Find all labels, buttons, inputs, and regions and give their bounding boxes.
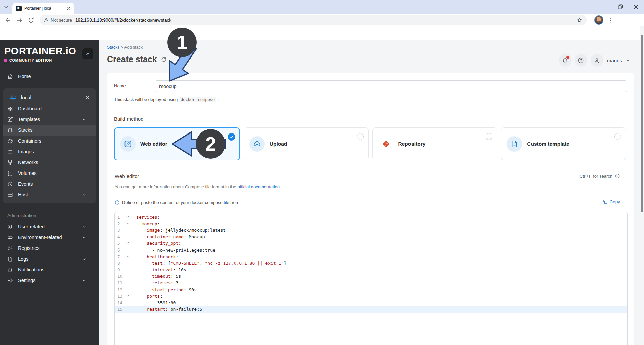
tab-search-icon[interactable] bbox=[3, 3, 10, 11]
browser-menu-icon[interactable] bbox=[607, 17, 613, 23]
restore-icon[interactable] bbox=[617, 4, 624, 10]
sidebar-item-templates[interactable]: Templates bbox=[3, 114, 96, 125]
editor-line-4[interactable]: 4 container_name: Moocup bbox=[115, 234, 627, 240]
editor-line-5[interactable]: 5 security_opt: bbox=[115, 240, 627, 247]
line-number: 5 bbox=[117, 240, 126, 247]
search-help-icon[interactable] bbox=[615, 173, 620, 179]
sidebar-item-registries[interactable]: Registries bbox=[0, 243, 99, 254]
fold-chevron-icon[interactable] bbox=[126, 294, 129, 297]
radio-unselected[interactable] bbox=[486, 133, 492, 140]
sidebar-item-logs[interactable]: Logs bbox=[0, 254, 99, 264]
url-bar[interactable]: Not secure 192.168.1.18:9000/#!/2/docker… bbox=[40, 15, 587, 25]
fold-chevron-icon[interactable] bbox=[126, 241, 129, 244]
help-button[interactable] bbox=[575, 54, 587, 67]
browser-tab[interactable]: P. Portainer | loca bbox=[12, 3, 74, 14]
forward-icon[interactable] bbox=[16, 17, 23, 24]
minimize-icon[interactable] bbox=[602, 4, 608, 10]
editor-line-3[interactable]: 3 image: jellydeck/moocup:latest bbox=[115, 227, 627, 234]
editor-line-1[interactable]: 1services: bbox=[115, 214, 627, 221]
line-number: 10 bbox=[117, 273, 126, 280]
build-method-upload[interactable]: Upload bbox=[244, 127, 369, 160]
copy-button[interactable]: Copy bbox=[603, 199, 620, 204]
not-secure-warning-icon bbox=[44, 17, 49, 23]
notifications-button[interactable] bbox=[559, 54, 572, 67]
environment-close-icon[interactable] bbox=[85, 95, 90, 100]
server-icon bbox=[7, 192, 13, 198]
sidebar-item-home[interactable]: Home bbox=[0, 71, 99, 82]
tab-close-icon[interactable] bbox=[66, 6, 71, 11]
line-number: 7 bbox=[117, 254, 126, 260]
editor-line-12[interactable]: 12 start_period: 90s bbox=[115, 286, 627, 293]
sidebar-item-volumes[interactable]: Volumes bbox=[3, 168, 96, 179]
browser-scrollbar[interactable] bbox=[640, 26, 644, 345]
environment-header-local[interactable]: local bbox=[3, 91, 96, 103]
sidebar-collapse-button[interactable]: « bbox=[82, 48, 93, 59]
git-icon bbox=[378, 136, 394, 152]
line-number: 2 bbox=[117, 221, 126, 227]
tab-title: Portainer | loca bbox=[24, 6, 66, 11]
editor-line-13[interactable]: 13 ports: bbox=[115, 293, 627, 300]
line-number: 6 bbox=[117, 247, 126, 254]
editor-line-14[interactable]: 14 - 3591:80 bbox=[115, 300, 627, 306]
notification-dot bbox=[566, 56, 569, 59]
url-text[interactable]: 192.168.1.18:9000/#!/2/docker/stacks/new… bbox=[75, 17, 577, 23]
build-method-options: Web editorUploadRepositoryCustom templat… bbox=[114, 127, 626, 160]
line-number: 4 bbox=[117, 234, 126, 240]
build-method-web-editor[interactable]: Web editor bbox=[114, 127, 240, 160]
refresh-icon[interactable] bbox=[160, 56, 167, 63]
sidebar-item-dashboard[interactable]: Dashboard bbox=[3, 103, 96, 114]
editor-line-8[interactable]: 8 test: ["CMD-SHELL", "nc -z 127.0.0.1 8… bbox=[115, 260, 627, 267]
sidebar-item-stacks[interactable]: Stacks bbox=[3, 125, 96, 136]
screen: P. Portainer | loca Not secure 192.168.1… bbox=[0, 0, 644, 345]
page-title: Create stack bbox=[107, 54, 157, 64]
home-icon bbox=[7, 74, 13, 79]
browser-tabstrip: P. Portainer | loca bbox=[0, 0, 644, 14]
sidebar-item-settings[interactable]: Settings bbox=[0, 275, 99, 286]
editor-line-2[interactable]: 2 moocup: bbox=[115, 221, 627, 227]
sidebar-item-user-related[interactable]: User-related bbox=[0, 221, 99, 232]
back-icon[interactable] bbox=[5, 17, 11, 24]
editor-line-6[interactable]: 6 - no-new-privileges:true bbox=[115, 247, 627, 254]
upload-icon bbox=[249, 136, 265, 152]
username: marius bbox=[607, 58, 622, 63]
scrollbar-thumb[interactable] bbox=[641, 35, 643, 212]
sidebar-item-host[interactable]: Host bbox=[3, 189, 96, 200]
browser-profile-avatar[interactable] bbox=[594, 15, 603, 25]
user-button[interactable] bbox=[591, 54, 603, 67]
editor-line-9[interactable]: 9 interval: 10s bbox=[115, 267, 627, 273]
reload-icon[interactable] bbox=[28, 17, 34, 24]
fold-chevron-icon[interactable] bbox=[126, 255, 129, 258]
grid-icon bbox=[7, 106, 13, 112]
radio-unselected[interactable] bbox=[614, 133, 621, 140]
users-icon bbox=[7, 224, 13, 230]
editor-line-15[interactable]: 15 restart: on-failure:5 bbox=[115, 306, 627, 313]
sidebar-item-events[interactable]: Events bbox=[3, 179, 96, 189]
sidebar-item-containers[interactable]: Containers bbox=[3, 136, 96, 146]
edit-icon bbox=[7, 117, 13, 122]
sidebar-item-notifications[interactable]: Notifications bbox=[0, 264, 99, 275]
fold-chevron-icon[interactable] bbox=[126, 222, 129, 225]
editor-line-10[interactable]: 10 timeout: 5s bbox=[115, 273, 627, 280]
sidebar-item-environment-related[interactable]: Environment-related bbox=[0, 232, 99, 243]
fold-chevron-icon[interactable] bbox=[126, 215, 129, 218]
compose-code-editor[interactable]: 1services:2 moocup:3 image: jellydeck/mo… bbox=[114, 212, 628, 345]
close-window-icon[interactable] bbox=[633, 4, 639, 10]
not-secure-label[interactable]: Not secure bbox=[51, 17, 72, 23]
official-documentation-link[interactable]: official documentation bbox=[237, 184, 280, 189]
bookmark-star-icon[interactable] bbox=[577, 17, 583, 23]
chevron-down-icon bbox=[82, 278, 87, 283]
sidebar-item-images[interactable]: Images bbox=[3, 146, 96, 157]
build-method-repository[interactable]: Repository bbox=[372, 127, 498, 160]
stack-name-input[interactable] bbox=[155, 80, 627, 92]
editor-line-11[interactable]: 11 retries: 3 bbox=[115, 280, 627, 286]
sidebar-item-networks[interactable]: Networks bbox=[3, 157, 96, 168]
portainer-app: PORTAINER.iO COMMUNITY EDITION « Home lo… bbox=[0, 26, 640, 345]
breadcrumb-stacks-link[interactable]: Stacks bbox=[107, 45, 120, 50]
define-line: Define or paste the content of your dock… bbox=[115, 200, 239, 205]
environment-block: local DashboardTemplatesStacksContainers… bbox=[3, 88, 96, 203]
build-method-custom-template[interactable]: Custom template bbox=[501, 127, 626, 160]
radio-unselected[interactable] bbox=[357, 133, 364, 140]
editor-line-7[interactable]: 7 healthcheck: bbox=[115, 254, 627, 260]
user-chevron-down-icon[interactable] bbox=[625, 58, 631, 63]
template-icon bbox=[507, 136, 522, 152]
